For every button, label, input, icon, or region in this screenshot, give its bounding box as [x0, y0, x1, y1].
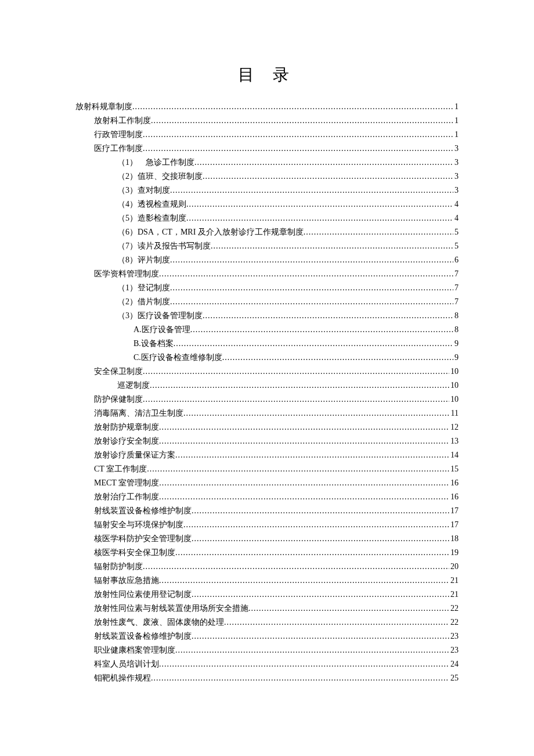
toc-entry: 钼靶机操作规程25: [75, 671, 459, 685]
toc-entry-page: 9: [453, 337, 459, 351]
toc-entry-page: 19: [449, 546, 459, 560]
toc-entry: 防护保健制度10: [75, 393, 459, 406]
toc-leader-dots: [186, 197, 453, 211]
toc-leader-dots: [143, 393, 449, 406]
toc-leader-dots: [170, 295, 453, 309]
toc-entry-label: （3）查对制度: [117, 183, 170, 197]
toc-entry-label: 核医学科防护安全管理制度: [94, 532, 192, 546]
toc-entry-page: 8: [453, 323, 459, 337]
toc-entry-page: 12: [449, 420, 459, 434]
toc-entry-label: （4）透视检查规则: [117, 197, 186, 211]
toc-leader-dots: [147, 462, 449, 476]
toc-entry-label: 医学资料管理制度: [94, 267, 159, 281]
toc-entry-label: B.设备档案: [134, 337, 174, 351]
toc-leader-dots: [186, 211, 453, 225]
toc-entry: 科室人员培训计划24: [75, 657, 459, 671]
toc-leader-dots: [143, 142, 453, 156]
toc-entry-label: 放射诊疗安全制度: [94, 434, 159, 448]
toc-leader-dots: [203, 309, 453, 323]
toc-entry-label: （1）登记制度: [117, 281, 170, 295]
toc-leader-dots: [192, 629, 449, 643]
toc-entry-page: 3: [453, 142, 459, 156]
toc-entry-label: 射线装置设备检修维护制度: [94, 504, 192, 518]
toc-leader-dots: [174, 337, 453, 351]
toc-entry: 核医学科防护安全管理制度18: [75, 532, 459, 546]
toc-entry: 放射科规章制度1: [75, 100, 459, 114]
toc-entry: B.设备档案9: [75, 337, 459, 351]
toc-entry-label: CT 室工作制度: [94, 462, 147, 476]
toc-entry-label: 辐射防护制度: [94, 560, 143, 574]
toc-entry-page: 1: [453, 114, 459, 128]
toc-entry-label: （8）评片制度: [117, 253, 170, 267]
toc-title: 目 录: [75, 64, 459, 86]
toc-leader-dots: [170, 183, 453, 197]
toc-entry-page: 18: [449, 532, 459, 546]
toc-entry-label: （2）值班、交接班制度: [117, 170, 203, 183]
toc-entry-label: （7）读片及报告书写制度: [117, 239, 211, 253]
toc-entry: C.医疗设备检查维修制度9: [75, 351, 459, 365]
toc-entry-label: 射线装置设备检修维护制度: [94, 629, 192, 643]
toc-leader-dots: [159, 476, 449, 490]
toc-leader-dots: [183, 518, 449, 532]
toc-entry: 消毒隔离、清洁卫生制度11: [75, 406, 459, 420]
toc-entry-label: 防护保健制度: [94, 393, 143, 406]
toc-entry-page: 21: [449, 588, 459, 602]
toc-entry: 辐射事故应急措施21: [75, 574, 459, 588]
toc-entry: 核医学科安全保卫制度19: [75, 546, 459, 560]
toc-leader-dots: [150, 379, 449, 393]
toc-entry: 安全保卫制度10: [75, 365, 459, 379]
toc-entry-page: 15: [449, 462, 459, 476]
toc-entry-page: 11: [450, 406, 459, 420]
toc-leader-dots: [159, 657, 449, 671]
toc-leader-dots: [143, 128, 453, 142]
toc-entry-label: C.医疗设备检查维修制度: [134, 351, 222, 365]
toc-entry: 辐射防护制度20: [75, 560, 459, 574]
toc-entry: 射线装置设备检修维护制度17: [75, 504, 459, 518]
toc-list: 放射科规章制度1放射科工作制度1行政管理制度1医疗工作制度3（1） 急诊工作制度…: [75, 100, 459, 685]
toc-leader-dots: [132, 100, 453, 114]
toc-entry-page: 13: [449, 434, 459, 448]
toc-entry: （8）评片制度6: [75, 253, 459, 267]
toc-entry: 放射诊疗质量保证方案14: [75, 448, 459, 462]
toc-entry: （4）透视检查规则4: [75, 197, 459, 211]
toc-entry-page: 10: [449, 379, 459, 393]
toc-leader-dots: [151, 114, 453, 128]
toc-entry: A.医疗设备管理8: [75, 323, 459, 337]
toc-entry: 医疗工作制度3: [75, 142, 459, 156]
toc-leader-dots: [211, 239, 453, 253]
toc-entry: 放射科工作制度1: [75, 114, 459, 128]
toc-entry-label: 放射性同位素与射线装置使用场所安全措施: [94, 602, 248, 615]
toc-leader-dots: [222, 351, 453, 365]
toc-entry-page: 6: [453, 253, 459, 267]
toc-entry: 放射治疗工作制度16: [75, 490, 459, 504]
toc-entry: 放射诊疗安全制度13: [75, 434, 459, 448]
toc-entry: MECT 室管理制度16: [75, 476, 459, 490]
toc-entry-label: 科室人员培训计划: [94, 657, 159, 671]
toc-leader-dots: [248, 602, 449, 615]
toc-leader-dots: [159, 434, 449, 448]
toc-entry-page: 22: [449, 615, 459, 629]
toc-entry-label: 辐射事故应急措施: [94, 574, 159, 588]
toc-leader-dots: [159, 574, 449, 588]
toc-leader-dots: [170, 281, 453, 295]
toc-entry: （7）读片及报告书写制度5: [75, 239, 459, 253]
toc-entry-page: 20: [449, 560, 459, 574]
toc-leader-dots: [192, 504, 449, 518]
toc-entry-label: 放射科规章制度: [75, 100, 132, 114]
toc-entry: CT 室工作制度15: [75, 462, 459, 476]
toc-entry-label: 放射诊疗质量保证方案: [94, 448, 175, 462]
toc-entry-label: 行政管理制度: [94, 128, 143, 142]
toc-entry: （2）值班、交接班制度3: [75, 170, 459, 183]
toc-entry-page: 4: [453, 211, 459, 225]
toc-leader-dots: [159, 490, 449, 504]
toc-entry-label: MECT 室管理制度: [94, 476, 159, 490]
toc-entry: 射线装置设备检修维护制度23: [75, 629, 459, 643]
toc-entry-page: 21: [449, 574, 459, 588]
toc-entry-label: 放射科工作制度: [94, 114, 151, 128]
toc-leader-dots: [192, 588, 449, 602]
toc-entry-page: 1: [453, 128, 459, 142]
toc-entry: 放射性同位素与射线装置使用场所安全措施22: [75, 602, 459, 615]
toc-entry-label: （5）造影检查制度: [117, 211, 186, 225]
toc-entry-page: 17: [449, 518, 459, 532]
toc-leader-dots: [159, 267, 453, 281]
